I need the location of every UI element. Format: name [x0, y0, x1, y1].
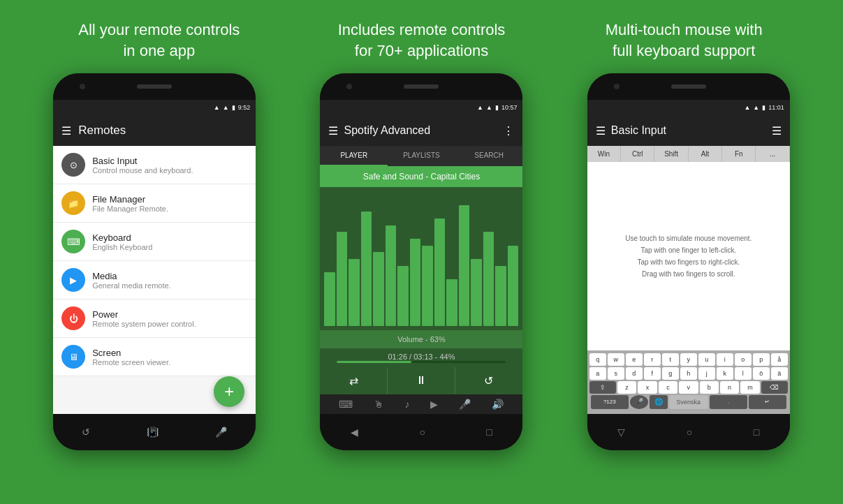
mic-key[interactable]: 🎤: [630, 395, 648, 409]
enter-key[interactable]: ↵: [749, 395, 786, 409]
wifi-icon-3: ▲: [744, 104, 750, 111]
space-key[interactable]: Svenska: [669, 395, 708, 409]
basic-input-text: Basic Input Control mouse and keyboard.: [92, 156, 247, 175]
media-desc: General media remote.: [92, 281, 247, 290]
backspace-key[interactable]: ⌫: [761, 381, 788, 394]
key-a[interactable]: a: [589, 367, 606, 380]
overflow-menu-2[interactable]: ⋮: [503, 124, 514, 138]
music-icon-sp[interactable]: ♪: [404, 399, 409, 410]
key-m[interactable]: m: [740, 381, 759, 394]
shuffle-btn[interactable]: ⇄: [320, 367, 388, 394]
volume-icon-sp[interactable]: 🔊: [492, 399, 504, 410]
key-u[interactable]: u: [698, 353, 715, 366]
status-icons-2: ▲ ▲ ▮ 10:57: [477, 104, 517, 111]
back-btn-2[interactable]: ◀: [351, 427, 358, 438]
tab-player[interactable]: PLAYER: [320, 146, 388, 166]
pause-btn[interactable]: ⏸: [388, 367, 455, 394]
key-l[interactable]: l: [735, 367, 752, 380]
hamburger-icon-1[interactable]: ☰: [61, 124, 71, 138]
remote-item-file-manager[interactable]: 📁 File Manager File Manager Remote.: [53, 184, 256, 223]
shift-key-kb[interactable]: ⇧: [589, 381, 616, 394]
camera-2: [346, 84, 352, 89]
win-key[interactable]: Win: [587, 146, 621, 162]
key-y[interactable]: y: [680, 353, 697, 366]
tab-search[interactable]: SEARCH: [455, 146, 523, 166]
remotes-toolbar: ☰ Remotes: [53, 115, 256, 146]
spotify-visualizer: [320, 187, 522, 330]
more-keys[interactable]: ...: [756, 146, 789, 162]
key-o[interactable]: o: [735, 353, 752, 366]
shift-key[interactable]: Shift: [654, 146, 688, 162]
time-2: 10:57: [501, 104, 518, 111]
globe-key[interactable]: 🌐: [650, 395, 668, 409]
key-i[interactable]: i: [717, 353, 733, 366]
recent-btn-3[interactable]: □: [754, 427, 759, 438]
keyboard-area: q w e r t y u i o p å a s d f g: [587, 350, 790, 414]
key-p[interactable]: p: [753, 353, 770, 366]
remote-item-keyboard[interactable]: ⌨ Keyboard English Keyboard: [53, 223, 256, 261]
key-r[interactable]: r: [644, 353, 661, 366]
key-e[interactable]: e: [626, 353, 643, 366]
key-j[interactable]: j: [698, 367, 715, 380]
key-oe[interactable]: ö: [753, 367, 770, 380]
alt-key[interactable]: Alt: [689, 146, 722, 162]
keyboard-icon-sp[interactable]: ⌨: [339, 399, 353, 410]
tab-playlists[interactable]: PLAYLISTS: [388, 146, 455, 166]
remotes-title: Remotes: [78, 124, 126, 138]
key-n[interactable]: n: [720, 381, 739, 394]
key-aa[interactable]: å: [771, 353, 788, 366]
battery-icon-2: ▮: [495, 104, 499, 111]
back-btn-3[interactable]: ▽: [617, 427, 625, 438]
viz-bar: [324, 272, 335, 326]
key-h[interactable]: h: [680, 367, 697, 380]
media-icon-sp[interactable]: ▶: [430, 399, 438, 410]
fn-key[interactable]: Fn: [722, 146, 756, 162]
key-d[interactable]: d: [626, 367, 643, 380]
key-k[interactable]: k: [717, 367, 733, 380]
mic-btn-1[interactable]: 🎤: [215, 427, 227, 438]
key-f[interactable]: f: [644, 367, 661, 380]
repeat-btn[interactable]: ↺: [455, 367, 523, 394]
ctrl-key[interactable]: Ctrl: [621, 146, 654, 162]
mouse-icon-sp[interactable]: 🖱: [374, 399, 383, 410]
home-btn-3[interactable]: ○: [687, 427, 692, 438]
home-btn-2[interactable]: ○: [420, 427, 425, 438]
key-z[interactable]: z: [617, 381, 636, 394]
hamburger-icon-2[interactable]: ☰: [328, 124, 338, 138]
key-g[interactable]: g: [662, 367, 679, 380]
phone-bottom-bar-1: ↺ 📳 🎤: [53, 414, 256, 450]
header-row: All your remote controlsin one app Inclu…: [0, 0, 843, 73]
overflow-menu-3[interactable]: ☰: [772, 124, 782, 138]
num-key[interactable]: ?123: [591, 395, 629, 409]
key-w[interactable]: w: [608, 353, 624, 366]
status-bar-1: ▲ ▲ ▮ 9:52: [53, 100, 256, 115]
key-x[interactable]: x: [638, 381, 657, 394]
hamburger-icon-3[interactable]: ☰: [596, 124, 606, 138]
key-s[interactable]: s: [608, 367, 624, 380]
recent-btn-2[interactable]: □: [486, 427, 492, 438]
progress-display: 01:26 / 03:13 - 44%: [320, 348, 522, 367]
touchpad-area[interactable]: Use touch to simulate mouse movement. Ta…: [587, 162, 790, 350]
mic-icon-sp[interactable]: 🎤: [459, 399, 471, 410]
speaker-2: [404, 84, 439, 89]
kb-row-3: ⇧ z x c v b n m ⌫: [589, 381, 788, 394]
playback-controls: ⇄ ⏸ ↺: [320, 367, 522, 394]
remote-item-power[interactable]: ⏻ Power Remote system power control.: [53, 299, 256, 338]
key-b[interactable]: b: [700, 381, 719, 394]
remote-item-basic-input[interactable]: ⊙ Basic Input Control mouse and keyboard…: [53, 146, 256, 184]
phones-row: ▲ ▲ ▮ 9:52 ☰ Remotes ⊙ Basic Input Contr…: [0, 73, 843, 504]
status-icons-1: ▲ ▲ ▮ 9:52: [214, 104, 250, 111]
viz-bar: [459, 205, 470, 327]
key-q[interactable]: q: [589, 353, 606, 366]
refresh-btn-1[interactable]: ↺: [82, 427, 90, 438]
key-ae[interactable]: ä: [771, 367, 788, 380]
period-key[interactable]: .: [710, 395, 747, 409]
remote-item-screen[interactable]: 🖥 Screen Remote screen viewer.: [53, 338, 256, 376]
key-t[interactable]: t: [662, 353, 679, 366]
key-v[interactable]: v: [679, 381, 698, 394]
remote-item-media[interactable]: ▶ Media General media remote.: [53, 261, 256, 299]
key-c[interactable]: c: [659, 381, 677, 394]
vibrate-btn-1[interactable]: 📳: [147, 427, 159, 438]
power-desc: Remote system power control.: [92, 320, 247, 328]
file-manager-name: File Manager: [92, 194, 247, 205]
